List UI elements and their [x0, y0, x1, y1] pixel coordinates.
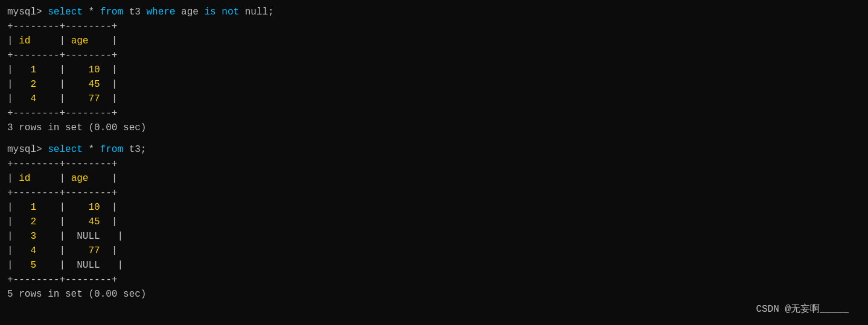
table2-row2: | 2 | 45 | — [7, 215, 861, 229]
table2-row4-age: 77 — [71, 245, 100, 256]
select-keyword2: select — [48, 144, 83, 155]
table2-header-age: age — [71, 173, 89, 184]
table1-row3: | 4 | 77 | — [7, 92, 861, 106]
table1-row1-id: 1 — [19, 65, 36, 75]
table2-row5-age-null: NULL — [71, 260, 100, 271]
table1-result: 3 rows in set (0.00 sec) — [7, 121, 861, 135]
table1-row3-age: 77 — [71, 93, 100, 104]
table1-row1: | 1 | 10 | — [7, 63, 861, 77]
table-ref2: t3; — [123, 144, 146, 155]
table2-row1-id: 1 — [19, 202, 36, 213]
table-ref1: t3 — [123, 7, 146, 17]
table2-row5-id: 5 — [19, 260, 36, 271]
star2: * — [83, 144, 100, 155]
table1-border-bot: +--------+--------+ — [7, 106, 861, 121]
table2-row1: | 1 | 10 | — [7, 200, 861, 215]
prompt2: mysql> — [7, 144, 48, 155]
table2-border-bot: +--------+--------+ — [7, 273, 861, 287]
table1-row1-age: 10 — [71, 65, 100, 75]
is-not-keyword: is not — [204, 7, 239, 17]
table1-row2-id: 2 — [19, 79, 36, 90]
watermark: CSDN @无妄啊_____ — [756, 303, 849, 315]
terminal: mysql> select * from t3 where age is not… — [7, 5, 861, 320]
table2-header-id: id — [19, 173, 30, 184]
star1: * — [83, 7, 100, 17]
table2-row3-id: 3 — [19, 231, 36, 242]
table1-header: | id | age | — [7, 34, 861, 48]
table2-row3: | 3 | NULL | — [7, 229, 861, 244]
query2-line: mysql> select * from t3; — [7, 142, 861, 157]
spacer1 — [7, 135, 861, 142]
table2-row5: | 5 | NULL | — [7, 258, 861, 273]
table2-row1-age: 10 — [71, 202, 100, 213]
table2-border-mid: +--------+--------+ — [7, 186, 861, 200]
table2-border-top: +--------+--------+ — [7, 157, 861, 171]
query1-line: mysql> select * from t3 where age is not… — [7, 5, 861, 19]
table1-row3-id: 4 — [19, 93, 36, 104]
table1-row2: | 2 | 45 | — [7, 77, 861, 92]
table2-row3-age-null: NULL — [71, 231, 100, 242]
table1-border-mid: +--------+--------+ — [7, 48, 861, 63]
select-keyword1: select — [48, 7, 83, 17]
table2-row4: | 4 | 77 | — [7, 244, 861, 258]
table1-header-age: age — [71, 36, 89, 46]
table2-header: | id | age | — [7, 171, 861, 186]
table2-row2-id: 2 — [19, 216, 36, 227]
from-keyword1: from — [100, 7, 123, 17]
table2-result: 5 rows in set (0.00 sec) — [7, 287, 861, 301]
where-keyword: where — [146, 7, 175, 17]
from-keyword2: from — [100, 144, 123, 155]
prompt1: mysql> — [7, 7, 48, 17]
table2-row4-id: 4 — [19, 245, 36, 256]
col-ref: age — [175, 7, 204, 17]
table2-row2-age: 45 — [71, 216, 100, 227]
table1-border-top: +--------+--------+ — [7, 19, 861, 34]
table1-header-id: id — [19, 36, 30, 46]
null-ref: null; — [239, 7, 274, 17]
table1-row2-age: 45 — [71, 79, 100, 90]
